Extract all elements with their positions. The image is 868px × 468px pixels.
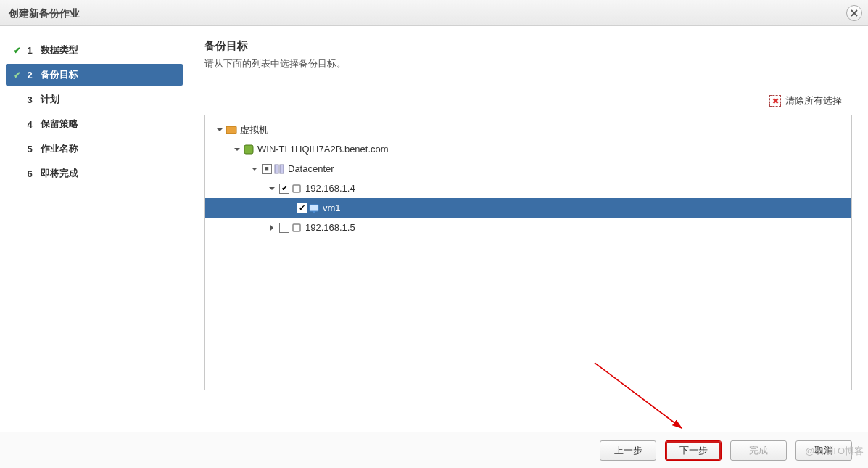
svg-rect-7 xyxy=(293,224,300,231)
svg-rect-5 xyxy=(310,205,318,211)
svg-rect-6 xyxy=(313,211,315,213)
tree-node-datacenter[interactable]: Datacenter xyxy=(205,159,851,178)
checkbox[interactable] xyxy=(262,164,272,174)
svg-rect-4 xyxy=(293,185,300,192)
checkbox[interactable] xyxy=(279,223,289,233)
close-button[interactable] xyxy=(846,5,862,21)
checkbox[interactable] xyxy=(279,184,289,194)
clear-icon: ✖ xyxy=(769,95,781,107)
expand-toggle[interactable] xyxy=(266,183,278,194)
step-backup-target[interactable]: ✔ 2 备份目标 xyxy=(6,64,183,86)
clear-all-link[interactable]: ✖ 清除所有选择 xyxy=(769,94,842,107)
expand-toggle[interactable] xyxy=(249,163,260,175)
backup-target-tree[interactable]: 虚拟机 WIN-TL1HQIH7A2B.benet.com xyxy=(204,115,852,390)
expand-toggle[interactable] xyxy=(266,222,278,234)
tree-node-vm1[interactable]: vm1 xyxy=(205,198,851,218)
window-title: 创建新备份作业 xyxy=(9,7,80,19)
vcenter-icon xyxy=(243,144,255,155)
step-schedule[interactable]: 3 计划 xyxy=(6,89,183,110)
cancel-button[interactable]: 取消 xyxy=(795,440,852,461)
page-description: 请从下面的列表中选择备份目标。 xyxy=(204,57,852,81)
tree-node-label: Datacenter xyxy=(288,163,334,174)
next-button[interactable]: 下一步 xyxy=(665,440,722,461)
svg-rect-1 xyxy=(244,145,253,154)
tree-node-label: vm1 xyxy=(323,202,341,213)
wizard-footer: 上一步 下一步 完成 取消 xyxy=(0,432,868,468)
tree-node-label: 虚拟机 xyxy=(240,123,268,136)
step-data-type[interactable]: ✔ 1 数据类型 xyxy=(6,39,183,61)
svg-rect-0 xyxy=(226,126,236,134)
prev-button[interactable]: 上一步 xyxy=(600,440,656,461)
tree-node-host1[interactable]: 192.168.1.4 xyxy=(205,178,851,198)
tree-node-host2[interactable]: 192.168.1.5 xyxy=(205,218,851,237)
svg-rect-2 xyxy=(275,165,278,173)
step-finish[interactable]: 6 即将完成 xyxy=(6,163,183,184)
clear-all-label: 清除所有选择 xyxy=(785,94,842,107)
checkbox[interactable] xyxy=(297,203,307,213)
svg-rect-3 xyxy=(280,165,284,173)
close-icon xyxy=(851,0,858,26)
tree-node-root[interactable]: 虚拟机 xyxy=(205,120,851,139)
tree-node-label: 192.168.1.5 xyxy=(305,222,355,233)
datacenter-icon xyxy=(273,163,285,175)
folder-icon xyxy=(226,124,237,136)
page-heading: 备份目标 xyxy=(204,39,852,53)
wizard-steps: ✔ 1 数据类型 ✔ 2 备份目标 3 计划 4 保留策略 5 作业名称 6 即… xyxy=(0,26,189,432)
expand-toggle[interactable] xyxy=(231,144,243,155)
host-icon xyxy=(291,222,302,234)
step-retention[interactable]: 4 保留策略 xyxy=(6,113,183,135)
step-job-name[interactable]: 5 作业名称 xyxy=(6,138,183,160)
vm-icon xyxy=(308,202,320,214)
expand-toggle[interactable] xyxy=(214,124,226,136)
check-icon: ✔ xyxy=(10,45,23,56)
tree-node-label: WIN-TL1HQIH7A2B.benet.com xyxy=(257,144,389,155)
tree-node-label: 192.168.1.4 xyxy=(305,183,355,194)
check-icon: ✔ xyxy=(10,70,23,81)
finish-button: 完成 xyxy=(730,440,787,461)
tree-node-server[interactable]: WIN-TL1HQIH7A2B.benet.com xyxy=(205,139,851,159)
host-icon xyxy=(291,183,302,194)
